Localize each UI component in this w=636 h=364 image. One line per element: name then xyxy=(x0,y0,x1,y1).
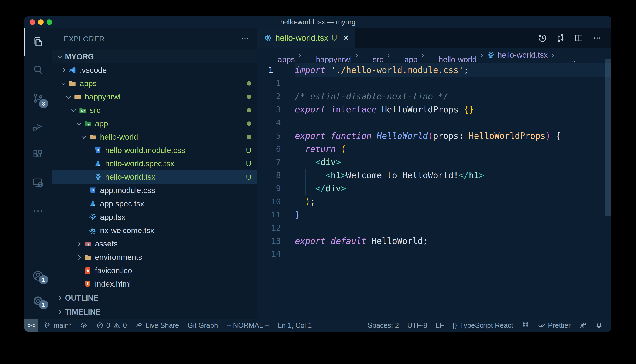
activity-item-extensions[interactable] xyxy=(25,140,52,169)
code-line[interactable]: 5 export function HelloWorld(props: Hell… xyxy=(257,129,611,142)
breadcrumb-item[interactable]: hello-world.tsx xyxy=(487,51,548,60)
files-icon xyxy=(32,36,44,48)
status-sync-publish[interactable] xyxy=(76,319,92,332)
code-line[interactable]: 1 import './hello-world.module.css'; xyxy=(257,64,611,76)
breadcrumb-item[interactable]: apps xyxy=(267,46,295,64)
cloud-upload-icon xyxy=(80,322,88,329)
compare-changes-icon[interactable] xyxy=(556,33,565,43)
minimize-window-button[interactable] xyxy=(38,19,44,25)
activity-item-source-control[interactable]: 3 xyxy=(25,84,52,112)
folder-icon xyxy=(88,133,98,141)
status-feedback[interactable] xyxy=(575,319,591,332)
chevron-down-icon xyxy=(75,120,83,128)
tree-row-hello-world.spec.tsx[interactable]: hello-world.spec.tsxU xyxy=(52,157,257,170)
code-line[interactable]: 11 } xyxy=(257,208,611,221)
folder-icon xyxy=(83,253,92,262)
status-language-mode[interactable]: {}TypeScript React xyxy=(448,319,517,332)
tree-row-index.html[interactable]: 5 index.html xyxy=(52,277,257,290)
status-indentation[interactable]: Spaces: 2 xyxy=(363,319,403,332)
tree-row-assets[interactable]: assets xyxy=(52,237,257,250)
tree-row-environments[interactable]: environments xyxy=(52,250,257,264)
css-icon: 3 xyxy=(88,186,98,195)
status-problems[interactable]: 00 xyxy=(92,319,131,332)
chevron-down-icon xyxy=(57,53,64,60)
code-line[interactable]: 3 export interface HelloWorldProps {} xyxy=(257,103,611,116)
outline-section-header[interactable]: OUTLINE xyxy=(52,291,257,305)
open-changes-icon[interactable] xyxy=(537,33,547,43)
breadcrumb-item[interactable]: happynrwl xyxy=(305,46,352,64)
activity-item-search[interactable] xyxy=(25,56,52,84)
breadcrumb-item[interactable]: ... xyxy=(558,46,575,64)
status-encoding[interactable]: UTF-8 xyxy=(403,319,432,332)
code-line[interactable]: 7 <div> xyxy=(257,156,611,169)
line-number: 1 xyxy=(257,78,295,88)
code-line[interactable]: 14 xyxy=(257,248,611,261)
breadcrumb-separator: › xyxy=(551,51,554,60)
folder-assets-icon xyxy=(83,240,92,248)
tree-row-nx-welcome.tsx[interactable]: nx-welcome.tsx xyxy=(52,224,257,237)
status-live-share[interactable]: Live Share xyxy=(131,319,183,332)
zoom-window-button[interactable] xyxy=(47,19,52,25)
close-tab-icon[interactable]: ✕ xyxy=(343,34,349,42)
activity-item-run-debug[interactable] xyxy=(25,112,52,140)
line-number: 2 xyxy=(257,92,295,101)
tree-row-hello-world[interactable]: hello-world xyxy=(52,130,257,144)
status-extension-robot[interactable] xyxy=(517,319,534,332)
breadcrumb-item[interactable]: hello-world xyxy=(428,46,477,64)
more-actions-icon[interactable] xyxy=(592,33,602,43)
timeline-section-header[interactable]: TIMELINE xyxy=(52,305,257,319)
tree-row-.vscode[interactable]: .vscode xyxy=(52,64,257,77)
svg-text:3: 3 xyxy=(92,188,94,192)
workspace-name: MYORG xyxy=(65,52,94,61)
tree-row-app.module.css[interactable]: 3 app.module.css xyxy=(52,184,257,197)
breadcrumb-item[interactable]: src xyxy=(362,46,383,64)
code-line[interactable]: 1 xyxy=(257,76,611,90)
status-prettier[interactable]: Prettier xyxy=(534,319,575,332)
tree-row-app[interactable]: app xyxy=(52,117,257,130)
vscode-window: hello-world.tsx — myorg 3 1 1 EXPLORER xyxy=(25,16,611,332)
activity-item-more-views[interactable] xyxy=(25,197,52,225)
tree-row-apps[interactable]: apps xyxy=(52,77,257,90)
status-git-graph[interactable]: Git Graph xyxy=(183,319,222,332)
git-modified-dot xyxy=(247,135,251,139)
css-icon: 3 xyxy=(93,146,103,155)
line-number: 8 xyxy=(257,170,295,180)
tree-row-hello-world.module.css[interactable]: 3 hello-world.module.cssU xyxy=(52,144,257,157)
tree-row-app.tsx[interactable]: app.tsx xyxy=(52,210,257,224)
activity-item-remote-explorer[interactable] xyxy=(25,169,52,197)
status-remote-indicator[interactable]: >< xyxy=(25,319,38,332)
workspace-section-header[interactable]: MYORG xyxy=(52,50,257,64)
tree-row-hello-world.tsx[interactable]: hello-world.tsxU xyxy=(52,170,257,184)
status-eol[interactable]: LF xyxy=(432,319,448,332)
tree-row-happynrwl[interactable]: happynrwl xyxy=(52,90,257,104)
code-line[interactable]: 8 <h1>Welcome to HelloWorld!</h1> xyxy=(257,169,611,182)
explorer-more-actions-icon[interactable] xyxy=(240,34,250,44)
code-editor[interactable]: 1 import './hello-world.module.css'; 1 2… xyxy=(257,62,611,319)
code-line[interactable]: 10 ); xyxy=(257,195,611,208)
status-notifications[interactable] xyxy=(591,319,607,332)
vscode-icon xyxy=(68,66,77,74)
activity-item-accounts[interactable]: 1 xyxy=(25,263,52,288)
code-line[interactable]: 6 return ( xyxy=(257,142,611,156)
status-git-branch[interactable]: main* xyxy=(39,319,76,332)
code-line[interactable]: 12 xyxy=(257,221,611,234)
split-editor-icon[interactable] xyxy=(574,33,584,43)
breadcrumb-item[interactable]: app xyxy=(393,46,417,64)
code-line[interactable]: 9 </div> xyxy=(257,182,611,195)
activity-item-settings[interactable]: 1 xyxy=(25,288,52,313)
tab-hello-world-tsx[interactable]: hello-world.tsx U ✕ xyxy=(257,28,354,48)
status-vim-mode[interactable]: -- NORMAL -- xyxy=(222,319,274,332)
breadcrumb-separator: › xyxy=(481,51,483,60)
code-line[interactable]: 2 /* eslint-disable-next-line */ xyxy=(257,90,611,103)
activity-item-explorer[interactable] xyxy=(25,28,52,56)
editor-scrollbar[interactable] xyxy=(605,60,611,216)
status-cursor-position[interactable]: Ln 1, Col 1 xyxy=(274,319,316,332)
code-line[interactable]: 13 export default HelloWorld; xyxy=(257,234,611,248)
braces-icon: {} xyxy=(453,322,457,329)
tree-row-src[interactable]: </> src xyxy=(52,104,257,117)
tree-row-app.spec.tsx[interactable]: app.spec.tsx xyxy=(52,197,257,210)
tree-row-favicon.ico[interactable]: favicon.ico xyxy=(52,264,257,277)
close-window-button[interactable] xyxy=(30,19,35,25)
search-icon xyxy=(32,64,44,76)
code-line[interactable]: 4 xyxy=(257,116,611,129)
